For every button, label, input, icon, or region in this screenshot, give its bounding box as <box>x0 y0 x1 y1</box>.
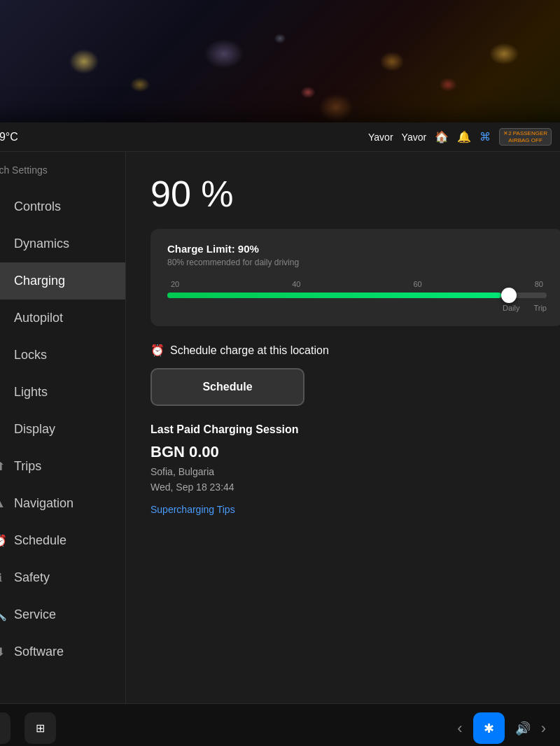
slider-label-80: 80 <box>535 280 543 288</box>
schedule-title: ⏰ Schedule charge at this location <box>150 344 560 357</box>
last-session-title: Last Paid Charging Session <box>150 423 560 436</box>
sidebar-label-display: Display <box>14 422 55 437</box>
left-chevron-icon[interactable]: ‹ <box>457 719 462 738</box>
sidebar-label-service: Service <box>14 607 56 622</box>
status-bar-right: Yavor Yavor 🏠 🔔 ⌘ ✕2 PASSENGER AIRBAG OF… <box>368 128 560 146</box>
temperature-display: 19°C <box>0 131 18 143</box>
navigation-icon: ▲ <box>0 498 7 510</box>
sidebar-label-safety: Safety <box>14 570 50 585</box>
clock-icon: ⏰ <box>150 344 164 357</box>
bell-icon: 🔔 <box>457 130 471 143</box>
sidebar-label-lights: Lights <box>14 385 48 400</box>
last-charging-session: Last Paid Charging Session BGN 0.00 Sofi… <box>150 423 560 515</box>
charging-content: 90 % Charge Limit: 90% 80% recommended f… <box>126 152 560 746</box>
sidebar-label-navigation: Navigation <box>14 496 74 511</box>
slider-bottom-labels: Daily Trip <box>167 304 547 312</box>
slider-label-20: 20 <box>171 280 179 288</box>
last-session-amount: BGN 0.00 <box>150 443 560 461</box>
sidebar-item-lights[interactable]: Lights <box>0 374 125 411</box>
sidebar-label-dynamics: Dynamics <box>14 237 69 251</box>
sidebar-label-software: Software <box>14 645 64 659</box>
safety-icon: ℹ <box>0 571 7 584</box>
sidebar-label-charging: Charging <box>14 274 65 288</box>
bluetooth-icon: ⌘ <box>479 130 491 143</box>
charge-slider-track[interactable] <box>167 293 547 298</box>
slider-labels: 20 40 60 80 <box>167 280 547 288</box>
sidebar-item-display[interactable]: Display <box>0 411 125 448</box>
sidebar-item-locks[interactable]: Locks <box>0 337 125 374</box>
sidebar-label-locks: Locks <box>14 348 47 363</box>
sidebar: arch Settings Controls Dynamics Charging… <box>0 152 126 746</box>
sidebar-item-service[interactable]: 🔧 Service <box>0 596 125 633</box>
slider-fill <box>167 293 501 298</box>
taskbar-center-controls: ‹ ✱ 🔊 › <box>457 712 546 744</box>
user-label: Yavor <box>402 132 427 143</box>
slider-label-60: 60 <box>414 280 422 288</box>
sidebar-item-controls[interactable]: Controls <box>0 188 125 225</box>
sidebar-item-charging[interactable]: Charging <box>0 262 125 300</box>
status-bar: 19°C Yavor Yavor 🏠 🔔 ⌘ ✕2 PASSENGER AIRB… <box>0 122 560 152</box>
schedule-button[interactable]: Schedule <box>150 368 304 406</box>
sidebar-label-schedule: Schedule <box>14 533 66 548</box>
daily-label: Daily <box>503 304 519 312</box>
right-chevron-icon[interactable]: › <box>541 719 546 738</box>
user-name: Yavor <box>368 132 393 143</box>
info-icon-button[interactable]: i <box>0 712 10 744</box>
sidebar-item-navigation[interactable]: ▲ Navigation <box>0 485 125 522</box>
app-icon-button[interactable]: ⊞ <box>24 712 56 744</box>
taskbar: i ⊞ ‹ ✱ 🔊 › <box>0 703 560 746</box>
sidebar-label-autopilot: Autopilot <box>14 311 63 325</box>
last-session-location: Sofia, Bulgaria Wed, Sep 18 23:44 <box>150 464 560 495</box>
slider-label-40: 40 <box>292 280 300 288</box>
schedule-icon: ⏰ <box>0 534 7 547</box>
trips-icon: ⬆ <box>0 460 7 473</box>
supercharging-tips-link[interactable]: Supercharging Tips <box>150 504 560 515</box>
bluetooth-taskbar-icon[interactable]: ✱ <box>473 712 505 744</box>
volume-icon: 🔊 <box>515 721 531 736</box>
sidebar-label-trips: Trips <box>14 459 41 474</box>
schedule-section: ⏰ Schedule charge at this location Sched… <box>150 344 560 406</box>
sidebar-item-safety[interactable]: ℹ Safety <box>0 559 125 596</box>
taskbar-left-icons: i ⊞ <box>0 712 56 744</box>
sidebar-item-software[interactable]: ⬇ Software <box>0 633 125 670</box>
charge-limit-title: Charge Limit: 90% <box>167 243 547 255</box>
charge-limit-card: Charge Limit: 90% 80% recommended for da… <box>150 229 560 326</box>
sidebar-item-schedule[interactable]: ⏰ Schedule <box>0 522 125 559</box>
sidebar-item-autopilot[interactable]: Autopilot <box>0 300 125 337</box>
charge-limit-subtitle: 80% recommended for daily driving <box>167 258 547 267</box>
software-icon: ⬇ <box>0 645 7 659</box>
garage-icon: 🏠 <box>435 130 449 143</box>
service-icon: 🔧 <box>0 608 7 621</box>
sidebar-item-trips[interactable]: ⬆ Trips <box>0 448 125 485</box>
charge-percentage: 90 % <box>150 173 560 215</box>
slider-thumb[interactable] <box>501 288 517 303</box>
sidebar-search-label: arch Settings <box>0 159 125 181</box>
tesla-screen: 19°C Yavor Yavor 🏠 🔔 ⌘ ✕2 PASSENGER AIRB… <box>0 122 560 746</box>
sidebar-label-controls: Controls <box>14 199 61 214</box>
passenger-airbag-badge: ✕2 PASSENGER AIRBAG OFF <box>499 128 552 146</box>
trip-label: Trip <box>533 304 547 312</box>
sidebar-item-dynamics[interactable]: Dynamics <box>0 225 125 262</box>
status-bar-left: 19°C <box>0 131 18 143</box>
main-content: arch Settings Controls Dynamics Charging… <box>0 152 560 746</box>
